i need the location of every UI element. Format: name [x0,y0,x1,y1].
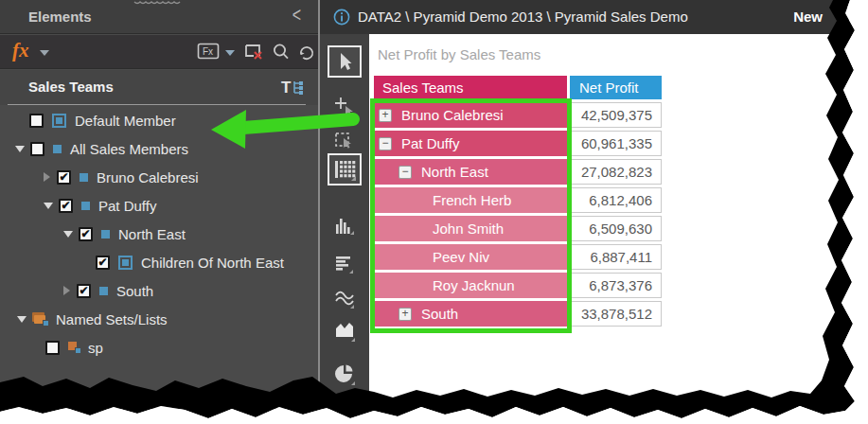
tree-item-north-east[interactable]: ✔North East [0,220,318,248]
tree-item-all-sales-members[interactable]: All Sales Members [0,134,318,163]
tree-item-sp[interactable]: sp [0,333,318,362]
column-header-sales-teams[interactable]: Sales Teams [374,76,567,99]
bar-chart-icon [333,253,356,275]
fx-dropdown-caret-icon[interactable] [40,50,49,56]
expanded-arrow-icon[interactable] [63,231,73,238]
tree-item-south[interactable]: ✔South [0,276,318,305]
value-cell[interactable]: 42,509,375 [570,102,662,128]
value-cell[interactable]: 6,887,411 [570,244,662,270]
tree-item-default-member[interactable]: Default Member [0,106,318,134]
checkbox[interactable] [30,142,44,156]
svg-text:Fx: Fx [203,46,213,57]
checkbox[interactable]: ✔ [79,227,93,241]
pie-chart-tool[interactable] [328,358,362,390]
screenshot-stage: Elements < fx Fx Sales Teams T [0,0,868,424]
clear-selection-button[interactable] [242,42,265,66]
area-chart-icon [333,319,356,342]
tree-item-pat-duffy[interactable]: ✔Pat Duffy [0,191,318,220]
info-icon[interactable] [333,9,350,29]
checkbox[interactable]: ✔ [57,170,71,185]
hierarchy-section-header: Sales Teams T [0,70,318,105]
row-header-cell[interactable]: Roy Jacknun [374,273,567,298]
expand-toggle[interactable]: + [399,308,412,321]
expanded-arrow-icon[interactable] [17,316,27,323]
checkbox[interactable] [29,114,44,128]
tree-item-label: All Sales Members [70,141,188,157]
row-label: Peev Niv [433,249,489,265]
fx-folder-button[interactable]: Fx [197,42,220,64]
table-row-peev-niv: Peev Niv6,887,411 [374,244,662,270]
row-header-cell[interactable]: −Pat Duffy [374,131,567,156]
area-chart-tool[interactable] [328,314,362,346]
default-member-icon [118,256,133,270]
table-row-john-smith: John Smith6,509,630 [374,216,662,241]
pie-chart-icon [332,362,357,386]
fx-folder-caret-icon[interactable] [225,50,235,56]
line-chart-tool[interactable] [328,282,362,314]
tree-item-label: Default Member [75,113,176,129]
select-tool[interactable] [328,45,362,78]
tree-item-children-of-north-east[interactable]: ✔Children Of North East [0,248,318,276]
checkbox[interactable]: ✔ [59,199,73,213]
tree-item-label: sp [88,340,103,356]
lasso-selection-tool[interactable] [328,125,362,157]
row-header-cell[interactable]: −North East [374,159,567,185]
add-selection-tool[interactable] [328,91,362,123]
checkbox[interactable]: ✔ [96,256,110,270]
member-icon [53,145,62,153]
elements-panel-header: Elements < [0,0,318,34]
grid-view-tool[interactable] [328,153,362,186]
expand-toggle[interactable]: + [379,109,392,122]
tree-item-label: Children Of North East [141,255,284,271]
collapse-toggle[interactable]: − [399,166,412,179]
marquee-cursor-icon [333,130,356,152]
tree-item-named-sets-lists[interactable]: Named Sets/Lists [0,305,318,333]
table-row-north-east: −North East27,082,823 [374,159,662,185]
refresh-icon[interactable] [296,42,317,66]
value-cell[interactable]: 6,812,406 [570,187,662,213]
section-divider [8,104,306,105]
member-icon [81,202,90,210]
row-label: Bruno Calebresi [401,107,504,123]
bar-chart-tool[interactable] [328,248,362,280]
value-cell[interactable]: 27,082,823 [570,159,662,185]
tree-item-bruno-calebresi[interactable]: ✔Bruno Calebresi [0,163,318,191]
value-cell[interactable]: 6,509,630 [570,216,662,241]
column-chart-tool[interactable] [328,210,362,242]
row-header-cell[interactable]: French Herb [374,187,567,213]
value-cell[interactable]: 33,878,512 [570,301,662,327]
grid-body: +Bruno Calebresi42,509,375−Pat Duffy60,9… [374,102,662,327]
checkbox[interactable]: ✔ [77,284,91,298]
tree-item-label: Named Sets/Lists [56,311,168,327]
row-header-cell[interactable]: +South [374,301,567,327]
row-label: North East [421,164,488,180]
value-cell[interactable]: 60,961,335 [570,131,662,156]
row-header-cell[interactable]: +Bruno Calebresi [374,102,567,128]
elements-panel: Elements < fx Fx Sales Teams T [0,0,318,409]
column-header-net-profit[interactable]: Net Profit [570,76,662,99]
table-row-roy-jacknun: Roy Jacknun6,873,376 [374,273,662,298]
member-icon [80,173,88,182]
data-grid: Sales Teams Net Profit +Bruno Calebresi4… [374,76,662,329]
value-cell[interactable]: 6,873,376 [570,273,662,298]
table-row-south: +South33,878,512 [374,301,662,327]
member-tree: Default MemberAll Sales Members✔Bruno Ca… [0,106,318,362]
search-icon[interactable] [271,42,292,66]
collapsed-arrow-icon[interactable] [44,172,50,182]
menu-item-new[interactable]: New [793,9,823,25]
row-label: John Smith [433,221,504,237]
member-name-display-toggle-icon[interactable]: T [280,77,305,101]
expanded-arrow-icon[interactable] [15,146,25,152]
breadcrumb: DATA2 \ Pyramid Demo 2013 \ Pyramid Sale… [358,9,688,25]
row-header-cell[interactable]: Peev Niv [374,244,567,270]
checkbox[interactable] [45,341,60,355]
member-icon [99,287,108,295]
collapsed-arrow-icon[interactable] [63,286,70,295]
fx-formula-icon[interactable]: fx [12,39,29,62]
plus-cursor-icon [333,96,356,118]
elements-panel-title: Elements [28,9,92,25]
row-header-cell[interactable]: John Smith [374,216,567,241]
collapse-panel-icon[interactable]: < [292,3,301,26]
expanded-arrow-icon[interactable] [44,203,53,209]
collapse-toggle[interactable]: − [379,137,392,150]
